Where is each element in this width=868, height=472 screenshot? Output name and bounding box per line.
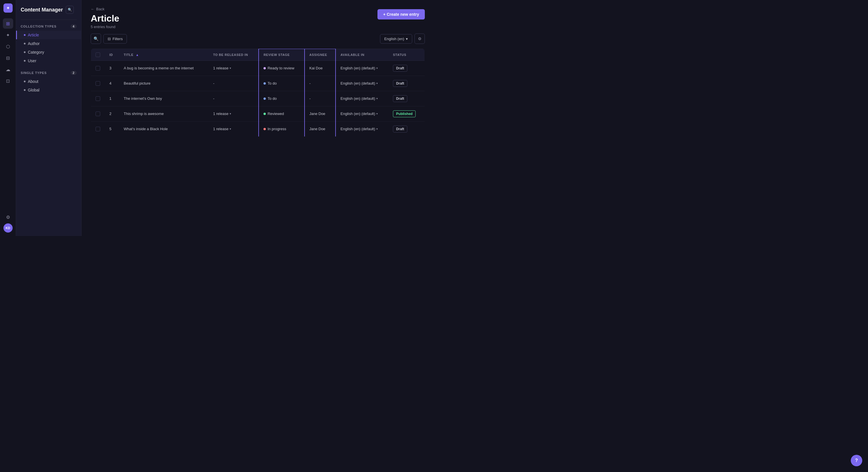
row-title[interactable]: The internet's Own boy [119,91,208,106]
nav-media[interactable]: ✦ [3,30,13,40]
sidebar-search-button[interactable]: 🔍 [66,6,74,14]
chevron-down-icon: ▾ [376,67,378,70]
row-checkbox[interactable] [96,81,100,86]
row-id: 2 [105,106,119,121]
sidebar-item-about[interactable]: About [16,77,81,86]
row-review-stage: To do [259,76,305,91]
row-checkbox[interactable] [96,96,100,101]
chevron-down-icon: ▾ [229,112,231,115]
sidebar-item-user[interactable]: User [16,57,81,65]
row-review-stage: In progress [259,121,305,136]
row-available-in: English (en) (default) ▾ [336,91,389,106]
id-column-header: ID [105,49,119,61]
select-all-checkbox[interactable] [96,53,100,57]
row-assignee: Jane Doe [305,106,336,121]
available-in-dropdown[interactable]: English (en) (default) ▾ [340,81,384,86]
row-release: 1 release ▾ [208,106,259,121]
stage-dot-icon [264,67,266,69]
chevron-down-icon: ▾ [229,127,231,131]
table-search-button[interactable]: 🔍 [91,34,101,44]
status-badge: Draft [393,80,407,87]
articles-table: ID TITLE ▲ TO BE RELEASED IN REVIEW STAG… [91,48,425,137]
release-dropdown[interactable]: 1 release ▾ [213,66,254,70]
user-avatar[interactable]: KD [3,224,12,233]
status-column-header: STATUS [389,49,425,61]
available-in-dropdown[interactable]: English (en) (default) ▾ [340,127,384,131]
sidebar-item-global[interactable]: Global [16,86,81,94]
nav-content-builder[interactable]: ⊟ [3,53,13,63]
sidebar-item-author[interactable]: Author [16,39,81,48]
stage-badge: To do [264,81,300,86]
row-assignee: Jane Doe [305,121,336,136]
filter-icon: ⊟ [107,37,111,41]
filters-button[interactable]: ⊟ Filters [103,34,127,43]
row-release: 1 release ▾ [208,121,259,136]
sort-icon: ▲ [136,53,139,57]
release-column-header: TO BE RELEASED IN [208,49,259,61]
nav-marketplace[interactable]: ☁ [3,64,13,74]
nav-plugins[interactable]: ⬡ [3,41,13,52]
row-title[interactable]: This shrimp is awesome [119,106,208,121]
dot-icon [24,51,26,53]
stage-badge: To do [264,96,300,101]
chevron-down-icon: ▾ [229,67,231,70]
filter-bar: 🔍 ⊟ Filters English (en) ▾ ⚙ [82,34,434,48]
available-in-dropdown[interactable]: English (en) (default) ▾ [340,96,384,101]
stage-badge: Reviewed [264,111,300,116]
available-in-dropdown[interactable]: English (en) (default) ▾ [340,66,384,70]
release-value: - [213,81,214,86]
chevron-down-icon: ▾ [376,127,378,131]
sidebar-item-category[interactable]: Category [16,48,81,57]
app-logo: ✦ [3,3,12,12]
row-checkbox[interactable] [96,127,100,131]
title-column-header[interactable]: TITLE ▲ [119,49,208,61]
back-arrow-icon: ← [91,7,94,11]
chevron-down-icon: ▾ [376,82,378,85]
available-in-dropdown[interactable]: English (en) (default) ▾ [340,111,384,116]
row-status: Draft [389,91,425,106]
table-wrapper: ID TITLE ▲ TO BE RELEASED IN REVIEW STAG… [82,48,434,137]
table-settings-button[interactable]: ⚙ [414,34,425,44]
row-title[interactable]: Beautiful picture [119,76,208,91]
stage-dot-icon [264,82,266,85]
row-checkbox-cell [91,121,105,136]
row-checkbox[interactable] [96,111,100,116]
page-title: Article [91,13,119,24]
row-status: Draft [389,76,425,91]
row-checkbox-cell [91,61,105,76]
nav-settings[interactable]: ⚙ [3,212,13,222]
dot-icon [24,34,26,36]
row-assignee: - [305,76,336,91]
row-status: Draft [389,61,425,76]
release-dropdown[interactable]: 1 release ▾ [213,111,254,116]
table-row: 3 A bug is becoming a meme on the intern… [91,61,425,76]
status-badge: Draft [393,95,407,102]
row-checkbox[interactable] [96,66,100,71]
nav-shop[interactable]: ⊡ [3,76,13,86]
row-release: 1 release ▾ [208,61,259,76]
release-value: - [213,96,214,101]
stage-dot-icon [264,98,266,100]
icon-sidebar: ✦ ⊞ ✦ ⬡ ⊟ ☁ ⊡ ⚙ KD [0,0,16,236]
back-link[interactable]: ← Back [91,7,119,11]
stage-badge: Ready to review [264,66,300,70]
table-row: 1 The internet's Own boy - To do - Engli… [91,91,425,106]
stage-badge: In progress [264,127,300,131]
nav-content-manager[interactable]: ⊞ [3,19,13,29]
sidebar-item-article[interactable]: Article [16,31,81,39]
row-title[interactable]: What's inside a Black Hole [119,121,208,136]
select-all-header [91,49,105,61]
row-review-stage: To do [259,91,305,106]
dot-icon [24,43,26,44]
create-new-entry-button[interactable]: + Create new entry [377,9,425,20]
row-available-in: English (en) (default) ▾ [336,121,389,136]
row-title[interactable]: A bug is becoming a meme on the internet [119,61,208,76]
top-bar: ← Back Article 5 entries found + Create … [82,0,434,34]
row-status: Draft [389,121,425,136]
stage-dot-icon [264,113,266,115]
language-selector[interactable]: English (en) ▾ [380,34,412,43]
release-dropdown[interactable]: 1 release ▾ [213,127,254,131]
dot-icon [24,60,26,62]
chevron-down-icon: ▾ [406,37,408,41]
row-release: - [208,76,259,91]
